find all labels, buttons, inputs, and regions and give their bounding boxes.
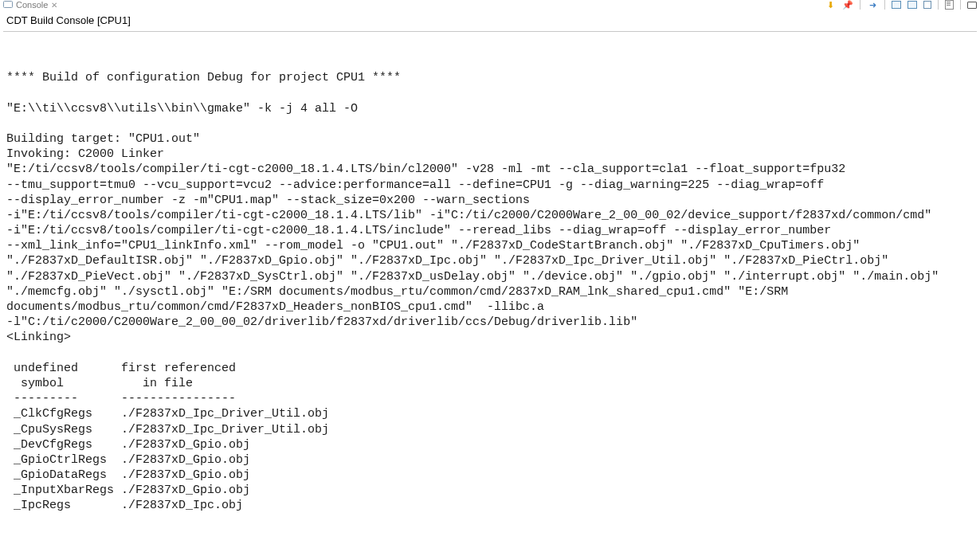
new-console-icon[interactable] [945, 0, 954, 10]
toolbar-separator [884, 0, 885, 10]
open-console-icon[interactable]: ➜ [867, 0, 878, 10]
toolbar-separator [960, 0, 961, 10]
console-icon [3, 1, 13, 9]
console-title: CDT Build Console [CPU1] [0, 10, 980, 29]
console-select-icon[interactable] [923, 1, 931, 9]
display-selected-icon[interactable] [892, 1, 901, 9]
pin-icon[interactable]: 📌 [842, 0, 853, 10]
console-title-label: CDT Build Console [CPU1] [6, 14, 131, 26]
clear-console-icon[interactable] [907, 1, 917, 9]
console-tab-label: Console [16, 0, 48, 10]
toolbar-separator [860, 0, 860, 10]
toolbar-separator [938, 0, 939, 10]
build-console-output[interactable]: **** Build of configuration Debug for pr… [0, 44, 980, 520]
show-console-icon[interactable] [967, 2, 977, 9]
close-icon[interactable]: ✕ [51, 1, 57, 10]
view-toolbar: Console ✕ ⬇ 📌 ➜ [0, 0, 980, 10]
svg-rect-0 [4, 2, 13, 8]
title-divider [3, 31, 977, 32]
console-tab[interactable]: Console ✕ [3, 0, 57, 10]
scroll-lock-icon[interactable]: ⬇ [825, 0, 836, 10]
